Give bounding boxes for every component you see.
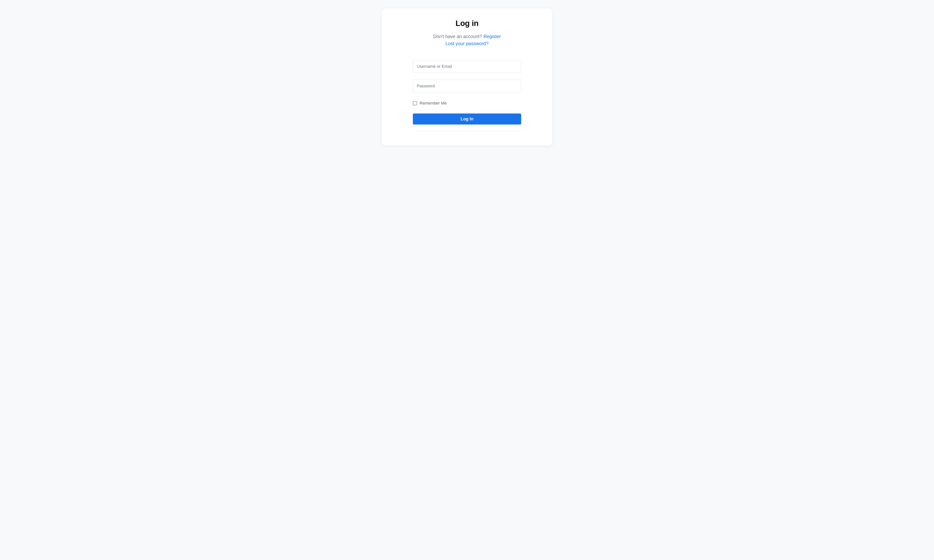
login-card: Log in Don't have an account? Register L… bbox=[382, 8, 552, 146]
register-prompt-text: Don't have an account? bbox=[433, 34, 484, 39]
lost-password-link[interactable]: Lost your password? bbox=[445, 41, 489, 46]
lost-password-line: Lost your password? bbox=[393, 40, 541, 47]
password-input[interactable] bbox=[413, 80, 521, 92]
remember-me-label[interactable]: Remember Me bbox=[419, 101, 447, 106]
register-link[interactable]: Register bbox=[484, 34, 501, 39]
header-links: Don't have an account? Register Lost you… bbox=[393, 33, 541, 47]
register-prompt-line: Don't have an account? Register bbox=[393, 33, 541, 40]
login-form: Remember Me Log In bbox=[413, 60, 521, 132]
remember-me-row: Remember Me bbox=[413, 101, 521, 106]
login-title: Log in bbox=[393, 19, 541, 28]
remember-me-checkbox[interactable] bbox=[413, 101, 417, 105]
login-header: Log in Don't have an account? Register L… bbox=[393, 19, 541, 47]
username-input[interactable] bbox=[413, 60, 521, 73]
login-button[interactable]: Log In bbox=[413, 114, 521, 125]
form-divider bbox=[413, 131, 521, 132]
